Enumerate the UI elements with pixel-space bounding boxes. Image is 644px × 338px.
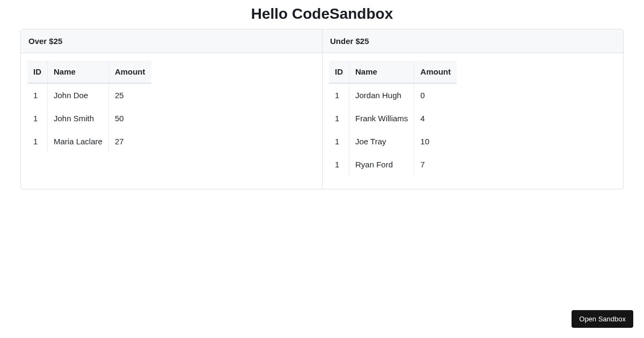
panels-container: Over $25 ID Name Amount 1 John Doe 25: [20, 29, 624, 189]
cell-id: 1: [27, 107, 47, 130]
col-name: Name: [47, 61, 108, 84]
col-id: ID: [329, 61, 349, 84]
table-under-25: ID Name Amount 1 Jordan Hugh 0 1 Frank W…: [329, 61, 457, 176]
panel-over-25: Over $25 ID Name Amount 1 John Doe 25: [21, 30, 322, 189]
table-row: 1 John Doe 25: [27, 84, 151, 107]
cell-id: 1: [27, 130, 47, 153]
page-title: Hello CodeSandbox: [0, 0, 644, 29]
cell-amount: 50: [108, 107, 151, 130]
cell-name: John Doe: [47, 84, 108, 107]
panel-over-25-body: ID Name Amount 1 John Doe 25 1 John Smit…: [21, 53, 322, 166]
col-amount: Amount: [414, 61, 457, 84]
panel-under-25-body: ID Name Amount 1 Jordan Hugh 0 1 Frank W…: [323, 53, 623, 189]
open-sandbox-button[interactable]: Open Sandbox: [572, 310, 633, 328]
table-row: 1 John Smith 50: [27, 107, 151, 130]
cell-name: Ryan Ford: [349, 153, 414, 176]
cell-amount: 27: [108, 130, 151, 153]
table-row: 1 Ryan Ford 7: [329, 153, 457, 176]
table-row: 1 Frank Williams 4: [329, 107, 457, 130]
cell-id: 1: [329, 107, 349, 130]
cell-amount: 10: [414, 130, 457, 153]
panel-under-25: Under $25 ID Name Amount 1 Jordan Hugh 0: [322, 30, 623, 189]
cell-id: 1: [329, 130, 349, 153]
cell-name: Joe Tray: [349, 130, 414, 153]
cell-name: Frank Williams: [349, 107, 414, 130]
table-over-25: ID Name Amount 1 John Doe 25 1 John Smit…: [27, 61, 151, 153]
table-row: 1 Joe Tray 10: [329, 130, 457, 153]
col-name: Name: [349, 61, 414, 84]
col-amount: Amount: [108, 61, 151, 84]
cell-id: 1: [329, 84, 349, 107]
cell-name: John Smith: [47, 107, 108, 130]
table-row: 1 Maria Laclare 27: [27, 130, 151, 153]
col-id: ID: [27, 61, 47, 84]
panel-over-25-header: Over $25: [21, 30, 322, 53]
cell-amount: 7: [414, 153, 457, 176]
cell-id: 1: [27, 84, 47, 107]
cell-amount: 4: [414, 107, 457, 130]
cell-name: Maria Laclare: [47, 130, 108, 153]
cell-id: 1: [329, 153, 349, 176]
cell-amount: 0: [414, 84, 457, 107]
panel-under-25-header: Under $25: [323, 30, 623, 53]
table-row: 1 Jordan Hugh 0: [329, 84, 457, 107]
cell-amount: 25: [108, 84, 151, 107]
cell-name: Jordan Hugh: [349, 84, 414, 107]
